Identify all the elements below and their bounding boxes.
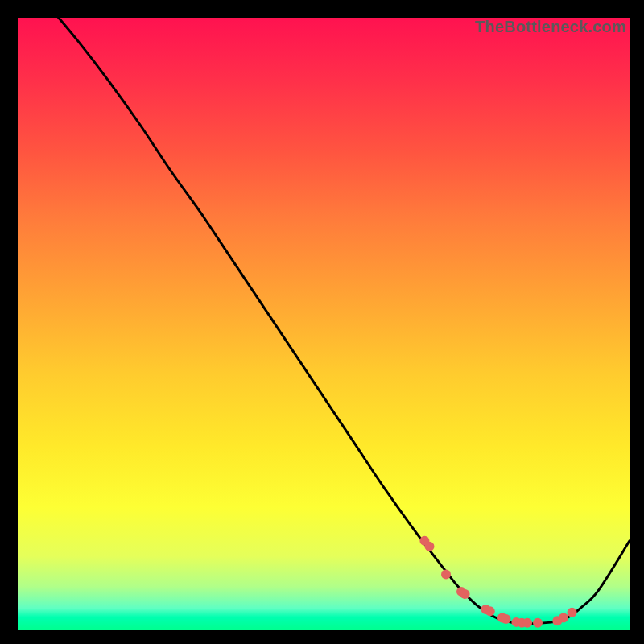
flat-region-markers [419,536,576,628]
curve-overlay [18,18,630,630]
marker-dot [533,618,543,628]
marker-dot [441,570,451,580]
marker-dot [485,606,495,616]
bottleneck-curve [18,0,630,624]
marker-dot [559,613,568,623]
marker-dot [424,542,434,551]
marker-dot [460,589,470,599]
marker-dot [501,614,510,624]
marker-dot [568,608,577,617]
chart-area: TheBottleneck.com [18,18,630,630]
marker-dot [522,618,532,628]
